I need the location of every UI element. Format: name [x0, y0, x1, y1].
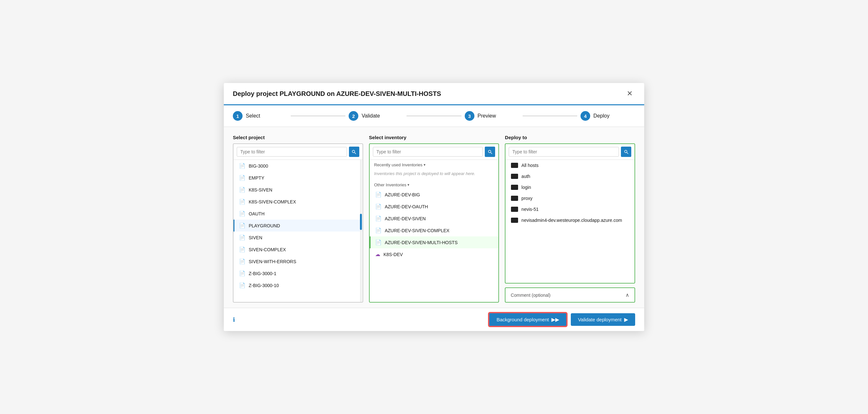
project-item-siven-complex[interactable]: 📄 SIVEN-COMPLEX: [234, 243, 363, 255]
close-button[interactable]: ✕: [624, 89, 635, 99]
step-1-circle: 1: [233, 111, 243, 121]
doc-icon: 📄: [239, 235, 245, 241]
project-name: SIVEN-WITH-ERRORS: [249, 259, 296, 264]
step-line-2: [406, 115, 461, 116]
validate-deploy-label: Validate deployment: [578, 317, 622, 322]
doc-icon: 📄: [239, 211, 245, 217]
deploy-list-box: All hosts auth login proxy: [505, 143, 635, 283]
step-line-3: [523, 115, 577, 116]
project-item-empty[interactable]: 📄 EMPTY: [234, 172, 363, 184]
deploy-item-login[interactable]: login: [505, 182, 634, 193]
deploy-search-input[interactable]: [509, 147, 619, 157]
project-name: OAUTH: [249, 211, 265, 216]
host-name: nevis-51: [521, 207, 538, 212]
step-4-label: Deploy: [593, 113, 610, 119]
step-3-circle: 3: [465, 111, 474, 121]
project-item-z-big-3000-10[interactable]: 📄 Z-BIG-3000-10: [234, 279, 363, 291]
project-search-input[interactable]: [237, 147, 347, 157]
double-arrow-icon: ▶▶: [551, 316, 559, 322]
project-search-button[interactable]: [349, 147, 359, 157]
inventory-name: K8S-DEV: [383, 252, 403, 257]
project-item-k8s-siven-complex[interactable]: 📄 K8S-SIVEN-COMPLEX: [234, 196, 363, 208]
deploy-item-all-hosts[interactable]: All hosts: [505, 160, 634, 171]
step-3-label: Preview: [478, 113, 496, 119]
inventory-item-azure-dev-oauth[interactable]: 📄 AZURE-DEV-OAUTH: [370, 201, 499, 212]
svg-line-3: [491, 152, 492, 154]
project-name: K8S-SIVEN: [249, 187, 272, 193]
project-item-k8s-siven[interactable]: 📄 K8S-SIVEN: [234, 184, 363, 196]
step-line-1: [291, 115, 345, 116]
validate-deployment-button[interactable]: Validate deployment ▶: [571, 313, 635, 326]
other-inventories-label: Other Inventories: [374, 182, 406, 187]
modal-header: Deploy project PLAYGROUND on AZURE-DEV-S…: [224, 83, 644, 105]
inventory-search-bar: [370, 144, 499, 160]
deploy-to-panel: Deploy to All hosts: [505, 135, 635, 303]
svg-point-2: [488, 150, 491, 153]
host-icon: [511, 207, 518, 212]
doc-dark-icon: 📄: [375, 192, 382, 198]
inventory-search-button[interactable]: [485, 147, 495, 157]
project-item-oauth[interactable]: 📄 OAUTH: [234, 208, 363, 219]
inventory-item-azure-dev-siven[interactable]: 📄 AZURE-DEV-SIVEN: [370, 212, 499, 225]
cloud-purple-icon: ☁: [375, 251, 380, 257]
inventory-item-k8s-dev[interactable]: ☁ K8S-DEV: [370, 248, 499, 260]
recently-used-label: Recently used Inventories: [374, 163, 423, 167]
deploy-modal: Deploy project PLAYGROUND on AZURE-DEV-S…: [224, 83, 644, 331]
svg-line-1: [354, 152, 356, 154]
step-select: 1 Select: [233, 111, 287, 121]
steps-bar: 1 Select 2 Validate 3 Preview 4 Deploy: [224, 105, 644, 127]
step-1-label: Select: [246, 113, 260, 119]
step-preview: 3 Preview: [465, 111, 519, 121]
doc-green-icon: 📄: [375, 239, 382, 245]
deploy-item-nevisadmin4[interactable]: nevisadmin4-dev.westeurope.cloudapp.azur…: [505, 215, 634, 226]
deploy-search-bar: [505, 144, 634, 160]
modal-title: Deploy project PLAYGROUND on AZURE-DEV-S…: [233, 90, 441, 98]
recently-used-section[interactable]: Recently used Inventories ▾: [370, 160, 499, 169]
host-icon: [511, 218, 518, 223]
project-panel-title: Select project: [233, 135, 363, 140]
step-4-circle: 4: [581, 111, 590, 121]
deploy-to-title: Deploy to: [505, 135, 635, 140]
host-name: nevisadmin4-dev.westeurope.cloudapp.azur…: [521, 218, 622, 223]
deploy-item-nevis-51[interactable]: nevis-51: [505, 204, 634, 215]
step-validate: 2 Validate: [349, 111, 403, 121]
inventory-item-azure-dev-siven-complex[interactable]: 📄 AZURE-DEV-SIVEN-COMPLEX: [370, 225, 499, 236]
comment-label: Comment (optional): [510, 292, 551, 298]
deploy-search-button[interactable]: [621, 147, 631, 157]
project-list-box: 📄 BIG-3000 📄 EMPTY 📄 K8S-SIVEN 📄 K8S-SIV…: [233, 143, 363, 303]
deploy-item-proxy[interactable]: proxy: [505, 193, 634, 204]
other-inventories-section[interactable]: Other Inventories ▾: [370, 180, 499, 188]
modal-footer: ℹ Background deployment ▶▶ Validate depl…: [224, 308, 644, 331]
inventory-name: AZURE-DEV-BIG: [385, 192, 420, 197]
project-item-big3000[interactable]: 📄 BIG-3000: [234, 160, 363, 172]
project-list-area: 📄 BIG-3000 📄 EMPTY 📄 K8S-SIVEN 📄 K8S-SIV…: [234, 160, 363, 302]
scrollbar-thumb[interactable]: [360, 214, 362, 230]
inventory-name: AZURE-DEV-OAUTH: [385, 204, 428, 209]
project-item-z-big-3000-1[interactable]: 📄 Z-BIG-3000-1: [234, 267, 363, 279]
comment-section[interactable]: Comment (optional) ∧: [505, 287, 635, 303]
project-item-siven[interactable]: 📄 SIVEN: [234, 232, 363, 243]
project-name: K8S-SIVEN-COMPLEX: [249, 199, 296, 204]
doc-green-icon: 📄: [375, 203, 382, 210]
project-name: PLAYGROUND: [249, 223, 280, 228]
host-icon: [511, 196, 518, 201]
inventory-panel-title: Select inventory: [369, 135, 499, 140]
deploy-item-auth[interactable]: auth: [505, 171, 634, 182]
doc-icon: 📄: [239, 163, 245, 169]
project-search-bar: [234, 144, 363, 160]
inventory-item-azure-dev-siven-multi[interactable]: 📄 AZURE-DEV-SIVEN-MULTI-HOSTS: [370, 236, 499, 248]
scrollbar-track[interactable]: [360, 160, 362, 302]
background-deployment-button[interactable]: Background deployment ▶▶: [489, 313, 567, 326]
step-deploy: 4 Deploy: [581, 111, 635, 121]
doc-icon: 📄: [239, 270, 245, 276]
inventory-name: AZURE-DEV-SIVEN: [385, 216, 426, 221]
inventory-search-input[interactable]: [373, 147, 483, 157]
project-name: Z-BIG-3000-1: [249, 271, 277, 276]
project-item-playground[interactable]: 📄 PLAYGROUND: [234, 219, 363, 232]
chevron-up-icon: ∧: [625, 292, 629, 298]
background-deploy-label: Background deployment: [496, 317, 549, 322]
inventory-item-azure-dev-big[interactable]: 📄 AZURE-DEV-BIG: [370, 188, 499, 201]
inventory-list-area: Recently used Inventories ▾ Inventories …: [370, 160, 499, 302]
project-item-siven-errors[interactable]: 📄 SIVEN-WITH-ERRORS: [234, 255, 363, 267]
svg-point-4: [624, 150, 627, 153]
